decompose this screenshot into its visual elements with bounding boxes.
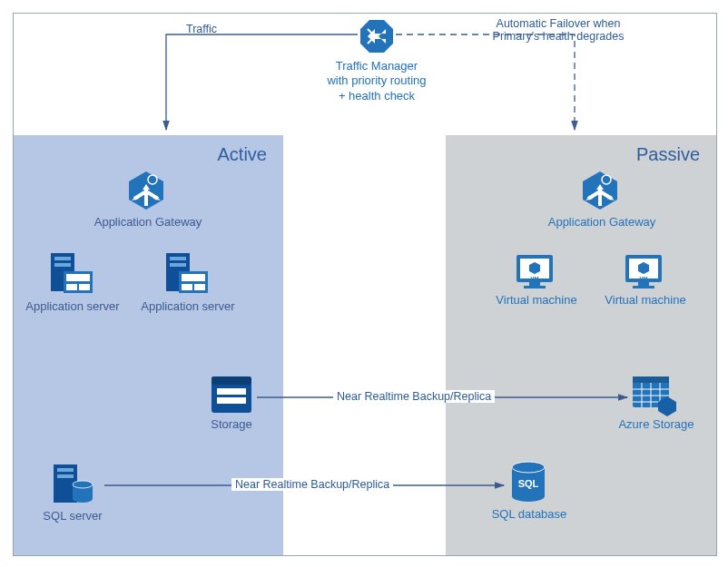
svg-rect-28 xyxy=(57,474,74,478)
svg-point-31 xyxy=(73,495,93,503)
svg-rect-9 xyxy=(54,257,71,260)
azure-storage-icon xyxy=(631,375,678,416)
svg-rect-25 xyxy=(217,397,246,404)
vm-icon-1: VM xyxy=(513,251,556,291)
svg-rect-10 xyxy=(54,263,71,267)
svg-text:VM: VM xyxy=(640,276,648,281)
svg-rect-13 xyxy=(66,284,77,290)
sql-server-label: SQL server xyxy=(36,509,109,523)
svg-rect-51 xyxy=(633,376,669,383)
svg-rect-47 xyxy=(633,286,654,288)
svg-rect-17 xyxy=(170,263,186,267)
app-server-icon-2 xyxy=(161,251,212,297)
svg-rect-19 xyxy=(182,274,205,281)
failover-edge-label: Automatic Failover when Primary's health… xyxy=(477,17,640,43)
vm-icon-2: VM xyxy=(622,251,665,291)
app-server-label-2: Application server xyxy=(138,299,238,313)
app-gateway-label-passive: Application Gateway xyxy=(538,215,665,229)
sql-database-icon: SQL xyxy=(508,460,548,505)
app-gateway-icon-passive xyxy=(579,170,621,211)
sql-server-icon xyxy=(50,463,95,506)
svg-text:VM: VM xyxy=(531,276,539,281)
svg-point-61 xyxy=(512,491,545,502)
app-gateway-label-active: Application Gateway xyxy=(84,215,212,229)
backup-edge-label-1: Near Realtime Backup/Replica xyxy=(333,390,495,403)
vm-label-2: Virtual machine xyxy=(596,293,694,307)
vm-label-1: Virtual machine xyxy=(487,293,585,307)
svg-rect-24 xyxy=(217,388,246,395)
traffic-manager-icon xyxy=(359,18,395,54)
svg-rect-23 xyxy=(212,376,251,385)
svg-rect-12 xyxy=(66,274,90,281)
app-server-label-1: Application server xyxy=(23,299,123,313)
svg-rect-14 xyxy=(79,284,90,290)
svg-rect-21 xyxy=(194,284,205,290)
svg-text:SQL: SQL xyxy=(518,478,539,489)
traffic-manager-label: Traffic Manager with priority routing + … xyxy=(327,59,427,103)
azure-storage-label: Azure Storage xyxy=(613,417,700,431)
svg-rect-16 xyxy=(170,257,186,260)
traffic-edge-label: Traffic xyxy=(186,23,217,35)
svg-rect-20 xyxy=(182,284,192,290)
backup-edge-label-2: Near Realtime Backup/Replica xyxy=(231,478,393,491)
diagram-canvas: Active Passive Traffic Automatic Failove… xyxy=(13,13,717,556)
app-gateway-icon-active xyxy=(125,170,167,211)
svg-rect-40 xyxy=(529,282,540,286)
storage-icon-active xyxy=(210,375,253,415)
svg-rect-41 xyxy=(524,286,546,288)
sql-database-label: SQL database xyxy=(486,507,573,521)
storage-label-active: Storage xyxy=(195,417,268,431)
app-server-icon-1 xyxy=(45,251,96,297)
svg-rect-27 xyxy=(57,468,74,472)
svg-rect-46 xyxy=(638,282,649,286)
